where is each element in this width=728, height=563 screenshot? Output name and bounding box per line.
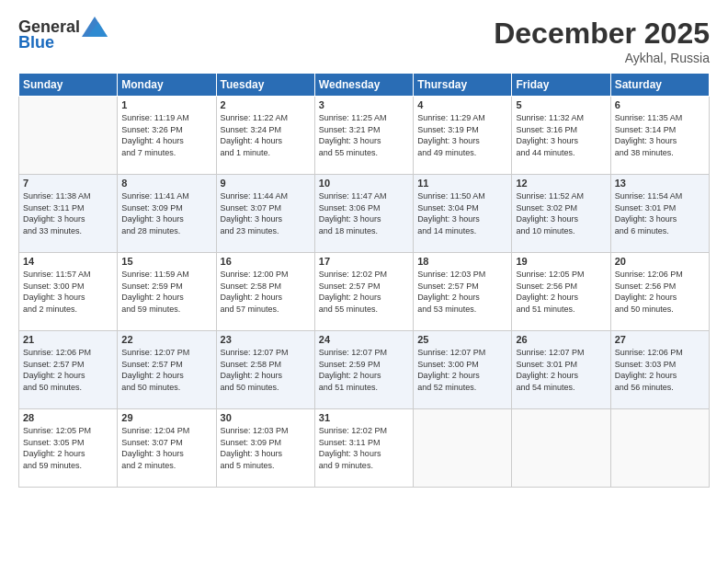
page: General Blue December 2025 Aykhal, Russi… bbox=[0, 0, 728, 563]
day-number: 13 bbox=[615, 178, 705, 189]
calendar-week-row: 21Sunrise: 12:06 PM Sunset: 2:57 PM Dayl… bbox=[19, 331, 710, 409]
table-row: 18Sunrise: 12:03 PM Sunset: 2:57 PM Dayl… bbox=[414, 253, 512, 331]
location: Aykhal, Russia bbox=[494, 51, 710, 65]
day-number: 22 bbox=[121, 334, 211, 345]
day-info: Sunrise: 12:07 PM Sunset: 3:00 PM Daylig… bbox=[417, 347, 507, 393]
day-number: 24 bbox=[319, 334, 409, 345]
day-number: 14 bbox=[23, 256, 113, 267]
calendar-week-row: 28Sunrise: 12:05 PM Sunset: 3:05 PM Dayl… bbox=[19, 409, 710, 488]
table-row: 24Sunrise: 12:07 PM Sunset: 2:59 PM Dayl… bbox=[314, 331, 413, 409]
table-row: 5Sunrise: 11:32 AM Sunset: 3:16 PM Dayli… bbox=[512, 97, 610, 175]
day-info: Sunrise: 12:02 PM Sunset: 2:57 PM Daylig… bbox=[319, 269, 409, 315]
day-number: 18 bbox=[417, 256, 507, 267]
day-info: Sunrise: 12:00 PM Sunset: 2:58 PM Daylig… bbox=[221, 269, 311, 315]
table-row: 14Sunrise: 11:57 AM Sunset: 3:00 PM Dayl… bbox=[19, 253, 118, 331]
day-number: 11 bbox=[417, 178, 507, 189]
table-row: 23Sunrise: 12:07 PM Sunset: 2:58 PM Dayl… bbox=[216, 331, 314, 409]
logo-blue: Blue bbox=[18, 33, 54, 52]
day-info: Sunrise: 12:07 PM Sunset: 2:58 PM Daylig… bbox=[221, 347, 311, 393]
calendar-week-row: 14Sunrise: 11:57 AM Sunset: 3:00 PM Dayl… bbox=[19, 253, 710, 331]
table-row: 22Sunrise: 12:07 PM Sunset: 2:57 PM Dayl… bbox=[118, 331, 216, 409]
day-number: 3 bbox=[319, 99, 409, 110]
table-row: 6Sunrise: 11:35 AM Sunset: 3:14 PM Dayli… bbox=[610, 97, 709, 175]
header: General Blue December 2025 Aykhal, Russi… bbox=[18, 17, 710, 65]
day-info: Sunrise: 12:06 PM Sunset: 3:03 PM Daylig… bbox=[615, 347, 705, 393]
calendar-week-row: 1Sunrise: 11:19 AM Sunset: 3:26 PM Dayli… bbox=[19, 97, 710, 175]
day-number: 21 bbox=[23, 334, 113, 345]
table-row: 2Sunrise: 11:22 AM Sunset: 3:24 PM Dayli… bbox=[216, 97, 314, 175]
day-info: Sunrise: 11:19 AM Sunset: 3:26 PM Daylig… bbox=[121, 112, 211, 158]
day-info: Sunrise: 11:22 AM Sunset: 3:24 PM Daylig… bbox=[221, 112, 311, 158]
col-thursday: Thursday bbox=[414, 74, 512, 97]
table-row: 7Sunrise: 11:38 AM Sunset: 3:11 PM Dayli… bbox=[19, 175, 118, 253]
day-number: 7 bbox=[23, 178, 113, 189]
day-info: Sunrise: 12:07 PM Sunset: 2:57 PM Daylig… bbox=[121, 347, 211, 393]
col-wednesday: Wednesday bbox=[314, 74, 413, 97]
day-info: Sunrise: 11:41 AM Sunset: 3:09 PM Daylig… bbox=[121, 190, 211, 236]
table-row: 28Sunrise: 12:05 PM Sunset: 3:05 PM Dayl… bbox=[19, 409, 118, 488]
table-row: 31Sunrise: 12:02 PM Sunset: 3:11 PM Dayl… bbox=[314, 409, 413, 488]
day-info: Sunrise: 12:06 PM Sunset: 2:57 PM Daylig… bbox=[23, 347, 113, 393]
col-monday: Monday bbox=[118, 74, 216, 97]
table-row bbox=[512, 409, 610, 488]
table-row: 17Sunrise: 12:02 PM Sunset: 2:57 PM Dayl… bbox=[314, 253, 413, 331]
day-info: Sunrise: 11:25 AM Sunset: 3:21 PM Daylig… bbox=[319, 112, 409, 158]
table-row: 9Sunrise: 11:44 AM Sunset: 3:07 PM Dayli… bbox=[216, 175, 314, 253]
day-info: Sunrise: 11:59 AM Sunset: 2:59 PM Daylig… bbox=[121, 269, 211, 315]
calendar-header-row: Sunday Monday Tuesday Wednesday Thursday… bbox=[19, 74, 710, 97]
day-number: 30 bbox=[221, 412, 311, 423]
table-row: 13Sunrise: 11:54 AM Sunset: 3:01 PM Dayl… bbox=[610, 175, 709, 253]
day-number: 2 bbox=[221, 99, 311, 110]
table-row: 25Sunrise: 12:07 PM Sunset: 3:00 PM Dayl… bbox=[414, 331, 512, 409]
day-number: 12 bbox=[516, 178, 606, 189]
col-sunday: Sunday bbox=[19, 74, 118, 97]
title-block: December 2025 Aykhal, Russia bbox=[494, 17, 710, 65]
day-number: 5 bbox=[516, 99, 606, 110]
table-row: 3Sunrise: 11:25 AM Sunset: 3:21 PM Dayli… bbox=[314, 97, 413, 175]
day-info: Sunrise: 11:54 AM Sunset: 3:01 PM Daylig… bbox=[615, 190, 705, 236]
day-number: 4 bbox=[417, 99, 507, 110]
logo: General Blue bbox=[18, 17, 108, 52]
col-saturday: Saturday bbox=[610, 74, 709, 97]
table-row: 20Sunrise: 12:06 PM Sunset: 2:56 PM Dayl… bbox=[610, 253, 709, 331]
day-number: 16 bbox=[221, 256, 311, 267]
table-row: 27Sunrise: 12:06 PM Sunset: 3:03 PM Dayl… bbox=[610, 331, 709, 409]
day-info: Sunrise: 12:06 PM Sunset: 2:56 PM Daylig… bbox=[615, 269, 705, 315]
table-row: 16Sunrise: 12:00 PM Sunset: 2:58 PM Dayl… bbox=[216, 253, 314, 331]
day-number: 20 bbox=[615, 256, 705, 267]
table-row: 11Sunrise: 11:50 AM Sunset: 3:04 PM Dayl… bbox=[414, 175, 512, 253]
day-info: Sunrise: 12:02 PM Sunset: 3:11 PM Daylig… bbox=[319, 425, 409, 471]
day-info: Sunrise: 12:05 PM Sunset: 2:56 PM Daylig… bbox=[516, 269, 606, 315]
day-info: Sunrise: 11:57 AM Sunset: 3:00 PM Daylig… bbox=[23, 269, 113, 315]
day-info: Sunrise: 11:44 AM Sunset: 3:07 PM Daylig… bbox=[221, 190, 311, 236]
day-info: Sunrise: 12:03 PM Sunset: 3:09 PM Daylig… bbox=[221, 425, 311, 471]
day-info: Sunrise: 11:29 AM Sunset: 3:19 PM Daylig… bbox=[417, 112, 507, 158]
table-row: 1Sunrise: 11:19 AM Sunset: 3:26 PM Dayli… bbox=[118, 97, 216, 175]
day-number: 1 bbox=[121, 99, 211, 110]
month-title: December 2025 bbox=[494, 17, 710, 51]
day-number: 6 bbox=[615, 99, 705, 110]
day-number: 17 bbox=[319, 256, 409, 267]
day-info: Sunrise: 12:04 PM Sunset: 3:07 PM Daylig… bbox=[121, 425, 211, 471]
day-number: 31 bbox=[319, 412, 409, 423]
table-row: 29Sunrise: 12:04 PM Sunset: 3:07 PM Dayl… bbox=[118, 409, 216, 488]
day-number: 9 bbox=[221, 178, 311, 189]
table-row bbox=[19, 97, 118, 175]
calendar-week-row: 7Sunrise: 11:38 AM Sunset: 3:11 PM Dayli… bbox=[19, 175, 710, 253]
calendar-table: Sunday Monday Tuesday Wednesday Thursday… bbox=[18, 73, 710, 488]
day-info: Sunrise: 12:07 PM Sunset: 2:59 PM Daylig… bbox=[319, 347, 409, 393]
table-row: 8Sunrise: 11:41 AM Sunset: 3:09 PM Dayli… bbox=[118, 175, 216, 253]
logo-icon bbox=[82, 17, 108, 37]
day-number: 29 bbox=[121, 412, 211, 423]
table-row: 26Sunrise: 12:07 PM Sunset: 3:01 PM Dayl… bbox=[512, 331, 610, 409]
col-friday: Friday bbox=[512, 74, 610, 97]
day-info: Sunrise: 11:38 AM Sunset: 3:11 PM Daylig… bbox=[23, 190, 113, 236]
day-number: 10 bbox=[319, 178, 409, 189]
day-number: 25 bbox=[417, 334, 507, 345]
table-row: 12Sunrise: 11:52 AM Sunset: 3:02 PM Dayl… bbox=[512, 175, 610, 253]
table-row: 19Sunrise: 12:05 PM Sunset: 2:56 PM Dayl… bbox=[512, 253, 610, 331]
day-number: 26 bbox=[516, 334, 606, 345]
table-row: 15Sunrise: 11:59 AM Sunset: 2:59 PM Dayl… bbox=[118, 253, 216, 331]
day-number: 27 bbox=[615, 334, 705, 345]
day-info: Sunrise: 11:52 AM Sunset: 3:02 PM Daylig… bbox=[516, 190, 606, 236]
